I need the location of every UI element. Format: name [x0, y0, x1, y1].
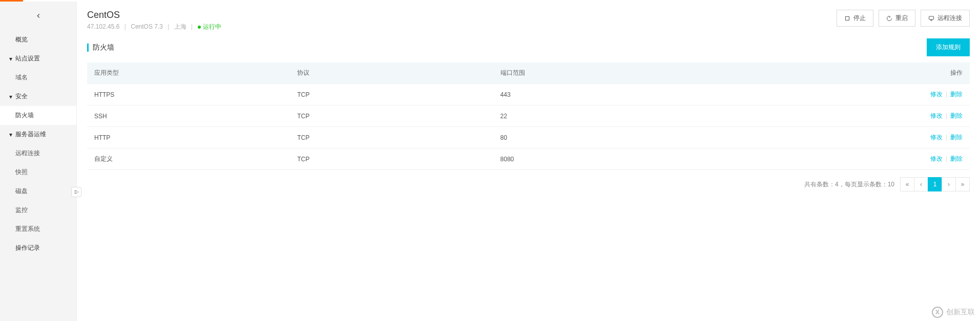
remote-connect-button[interactable]: 远程连接	[921, 10, 970, 27]
sidebar-item-snapshot[interactable]: 快照	[0, 163, 76, 182]
svg-rect-3	[846, 16, 849, 20]
cell-port: 443	[493, 84, 888, 105]
add-rule-button[interactable]: 添加规则	[927, 38, 970, 56]
sidebar-item-log[interactable]: 操作记录	[0, 239, 76, 258]
watermark: X 创新互联	[932, 307, 975, 318]
restart-button[interactable]: 重启	[879, 10, 915, 27]
cell-type: HTTPS	[87, 84, 290, 105]
pager-last[interactable]: »	[955, 177, 970, 191]
watermark-text: 创新互联	[946, 308, 975, 317]
button-label: 远程连接	[937, 14, 962, 23]
sidebar-item-security[interactable]: ▾安全	[0, 87, 76, 106]
sidebar-item-site[interactable]: ▾站点设置	[0, 49, 76, 68]
sidebar-item-label: 操作记录	[15, 244, 40, 252]
firewall-rules-table: 应用类型 协议 端口范围 操作 HTTPSTCP443修改|删除SSHTCP22…	[87, 62, 970, 170]
edit-link[interactable]: 修改	[930, 155, 943, 162]
sidebar-item-label: 概览	[15, 35, 28, 44]
edit-link[interactable]: 修改	[930, 91, 943, 98]
button-label: 停止	[853, 14, 866, 23]
pager-first[interactable]: «	[900, 177, 914, 191]
separator: |	[191, 23, 193, 30]
pager-next[interactable]: ›	[942, 177, 956, 191]
table-row: 自定义TCP8080修改|删除	[87, 148, 970, 170]
pager-prev[interactable]: ‹	[914, 177, 928, 191]
cell-type: 自定义	[87, 148, 290, 170]
cell-actions: 修改|删除	[888, 105, 970, 127]
page-title: CentOS	[87, 10, 221, 20]
sidebar-item-label: 磁盘	[15, 187, 28, 196]
sidebar-item-label: 快照	[15, 168, 28, 177]
page-subtitle: 47.102.45.6 | CentOS 7.3 | 上海 | 运行中	[87, 23, 221, 31]
col-action: 操作	[888, 62, 970, 84]
sidebar-item-label: 重置系统	[15, 225, 40, 233]
pager-page-1[interactable]: 1	[928, 177, 942, 191]
separator: |	[946, 155, 947, 162]
col-port: 端口范围	[493, 62, 888, 84]
sidebar-item-label: 防火墙	[15, 111, 34, 120]
sidebar-item-label: 服务器运维	[15, 130, 46, 139]
col-protocol: 协议	[290, 62, 493, 84]
sidebar-item-label: 域名	[15, 73, 28, 82]
delete-link[interactable]: 删除	[950, 91, 963, 98]
edit-link[interactable]: 修改	[930, 134, 943, 141]
cell-port: 80	[493, 127, 888, 148]
pagination: 共有条数：4，每页显示条数：10 « ‹ 1 › »	[77, 170, 980, 199]
sidebar-item-disk[interactable]: 磁盘	[0, 182, 76, 201]
remote-icon	[928, 15, 934, 22]
sidebar-item-ops[interactable]: ▾服务器运维	[0, 125, 76, 144]
sidebar-item-label: 站点设置	[15, 54, 40, 63]
cell-port: 22	[493, 105, 888, 127]
collapse-icon	[74, 189, 79, 195]
cell-actions: 修改|删除	[888, 84, 970, 105]
sidebar-item-label: 远程连接	[15, 149, 40, 158]
caret-down-icon: ▾	[9, 131, 13, 138]
back-button[interactable]	[0, 2, 76, 30]
separator: |	[946, 134, 947, 141]
sidebar-item-label: 安全	[15, 92, 28, 101]
cell-actions: 修改|删除	[888, 127, 970, 148]
sidebar-item-monitor[interactable]: 监控	[0, 201, 76, 220]
cell-type: HTTP	[87, 127, 290, 148]
separator: |	[168, 23, 169, 30]
section-title: 防火墙	[87, 43, 114, 52]
cell-protocol: TCP	[290, 148, 493, 170]
server-region: 上海	[174, 23, 186, 30]
sidebar-collapse-toggle[interactable]	[71, 187, 81, 197]
pagination-info: 共有条数：4，每页显示条数：10	[804, 180, 894, 189]
restart-icon	[886, 15, 892, 22]
sidebar: 概览 ▾站点设置 域名 ▾安全 防火墙 ▾服务器运维 远程连接 快照 磁盘 监控	[0, 2, 77, 321]
watermark-logo-icon: X	[932, 307, 943, 318]
button-label: 重启	[895, 14, 908, 23]
stop-button[interactable]: 停止	[837, 10, 873, 27]
cell-type: SSH	[87, 105, 290, 127]
cell-protocol: TCP	[290, 84, 493, 105]
separator: |	[946, 91, 947, 98]
sidebar-item-overview[interactable]: 概览	[0, 30, 76, 49]
cell-port: 8080	[493, 148, 888, 170]
sidebar-item-firewall[interactable]: 防火墙	[0, 106, 76, 125]
server-os: CentOS 7.3	[131, 23, 163, 30]
col-type: 应用类型	[87, 62, 290, 84]
caret-down-icon: ▾	[9, 55, 13, 62]
server-status: 运行中	[203, 23, 221, 30]
delete-link[interactable]: 删除	[950, 112, 963, 119]
table-row: HTTPTCP80修改|删除	[87, 127, 970, 148]
delete-link[interactable]: 删除	[950, 134, 963, 141]
sidebar-item-reset[interactable]: 重置系统	[0, 220, 76, 239]
separator: |	[124, 23, 126, 30]
sidebar-item-remote[interactable]: 远程连接	[0, 144, 76, 163]
table-row: SSHTCP22修改|删除	[87, 105, 970, 127]
stop-icon	[844, 15, 850, 22]
edit-link[interactable]: 修改	[930, 112, 943, 119]
cell-actions: 修改|删除	[888, 148, 970, 170]
sidebar-item-label: 监控	[15, 206, 28, 215]
separator: |	[946, 112, 947, 119]
svg-rect-4	[929, 16, 934, 19]
delete-link[interactable]: 删除	[950, 155, 963, 162]
page-header: CentOS 47.102.45.6 | CentOS 7.3 | 上海 | 运…	[77, 2, 980, 38]
caret-down-icon: ▾	[9, 93, 13, 100]
sidebar-item-domain[interactable]: 域名	[0, 68, 76, 87]
cell-protocol: TCP	[290, 105, 493, 127]
server-ip: 47.102.45.6	[87, 23, 119, 30]
status-dot-icon	[198, 26, 201, 29]
